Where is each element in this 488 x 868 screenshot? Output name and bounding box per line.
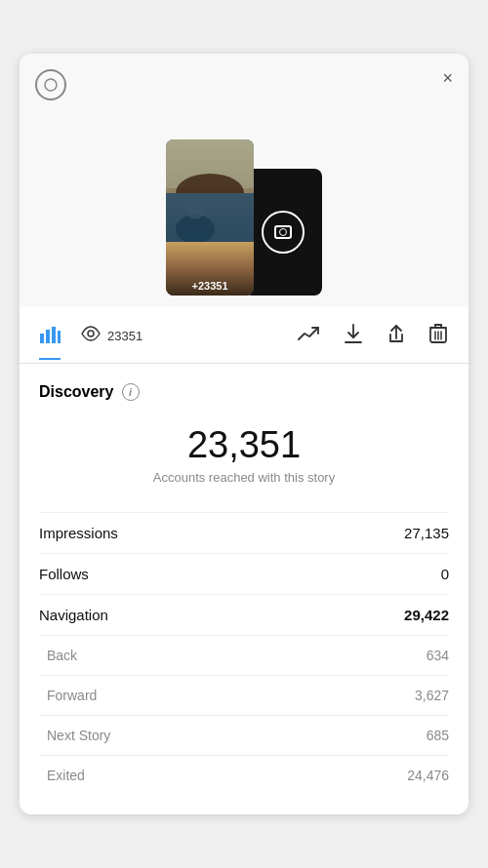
svg-rect-6 (46, 330, 50, 343)
info-icon[interactable]: i (122, 383, 140, 401)
stat-row-exited: Exited 24,476 (39, 755, 449, 795)
thumb-bottom: +23351 (166, 242, 254, 296)
header: × (20, 54, 468, 100)
navigation-value: 29,422 (404, 607, 449, 623)
tab-stats[interactable] (39, 324, 61, 360)
next-story-label: Next Story (39, 728, 110, 743)
story-thumbnail-main[interactable]: +23351 (166, 139, 254, 296)
exited-label: Exited (39, 768, 85, 783)
tab-views[interactable]: 23351 (80, 326, 142, 346)
stat-row-follows: Follows 0 (39, 553, 449, 594)
follows-value: 0 (441, 566, 449, 582)
svg-point-2 (185, 200, 205, 219)
next-story-value: 685 (427, 728, 449, 743)
back-value: 634 (427, 648, 449, 663)
stat-row-next-story: Next Story 685 (39, 715, 449, 755)
story-preview-area: +23351 (20, 100, 468, 296)
navigation-label: Navigation (39, 607, 108, 623)
story-ring-icon (35, 69, 66, 100)
toolbar: 23351 (20, 307, 468, 364)
stat-row-forward: Forward 3,627 (39, 675, 449, 715)
exited-value: 24,476 (407, 768, 449, 783)
story-thumbnail-camera (244, 169, 322, 296)
story-thumbnails: +23351 (166, 139, 322, 296)
thumb-mid (166, 188, 254, 242)
delete-button[interactable] (427, 321, 449, 351)
accounts-reached-label: Accounts reached with this story (39, 470, 449, 485)
stat-row-impressions: Impressions 27,135 (39, 512, 449, 553)
svg-point-9 (88, 331, 94, 336)
svg-rect-5 (40, 334, 44, 343)
svg-rect-8 (58, 331, 61, 343)
impressions-label: Impressions (39, 525, 118, 541)
svg-point-0 (45, 79, 57, 91)
section-title-row: Discovery i (39, 383, 449, 401)
forward-value: 3,627 (415, 688, 449, 703)
story-count-overlay: +23351 (191, 280, 227, 292)
story-insights-card: × +23351 (20, 54, 468, 814)
impressions-value: 27,135 (404, 525, 449, 541)
accounts-reached-value: 23,351 (39, 424, 449, 466)
caret-divider (20, 296, 468, 307)
follows-label: Follows (39, 566, 89, 582)
forward-label: Forward (39, 688, 97, 703)
bar-chart-icon (39, 324, 61, 348)
camera-body (274, 225, 292, 239)
view-count: 23351 (107, 329, 142, 343)
close-button[interactable]: × (442, 69, 453, 87)
camera-lens (279, 228, 287, 236)
camera-icon (262, 211, 305, 254)
eye-icon (80, 326, 102, 346)
trend-button[interactable] (295, 322, 322, 350)
svg-rect-7 (52, 327, 56, 343)
stat-row-back: Back 634 (39, 635, 449, 675)
discovery-title: Discovery (39, 383, 114, 401)
stats-list: Impressions 27,135 Follows 0 Navigation … (39, 512, 449, 795)
stat-row-navigation: Navigation 29,422 (39, 594, 449, 635)
download-button[interactable] (342, 321, 365, 351)
share-button[interactable] (385, 321, 408, 351)
main-content: Discovery i 23,351 Accounts reached with… (20, 364, 468, 814)
big-number-container: 23,351 (39, 424, 449, 466)
back-label: Back (39, 648, 77, 663)
